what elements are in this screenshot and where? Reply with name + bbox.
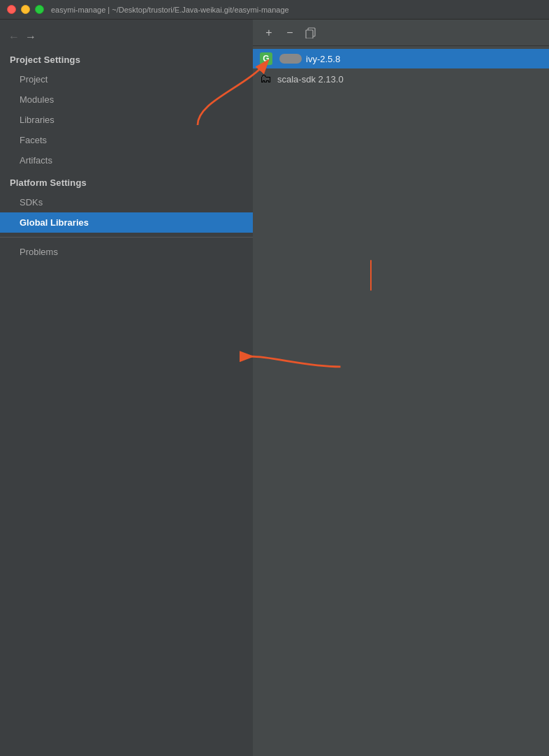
sidebar: ← → Project Settings Project Modules Lib…	[0, 20, 253, 756]
sidebar-item-project[interactable]: Project	[0, 69, 253, 89]
remove-button[interactable]: −	[281, 24, 299, 42]
traffic-lights	[7, 5, 44, 14]
sidebar-item-global-libraries[interactable]: Global Libraries	[0, 212, 253, 233]
library-item-gradle[interactable]: G ivy-2.5.8	[253, 49, 549, 68]
library-list: G ivy-2.5.8 🗂 scala-sdk 2.13.0	[253, 46, 549, 92]
minimize-button[interactable]	[21, 5, 30, 14]
close-button[interactable]	[7, 5, 16, 14]
title-bar: easymi-manage | ~/Desktop/trustori/E.Jav…	[0, 0, 549, 20]
copy-icon	[305, 27, 316, 38]
forward-arrow-icon[interactable]: →	[25, 31, 36, 43]
toolbar: + −	[253, 20, 549, 46]
sidebar-separator	[0, 237, 253, 238]
sidebar-item-libraries[interactable]: Libraries	[0, 110, 253, 130]
platform-settings-heading: Platform Settings	[0, 170, 253, 192]
library-name-gradle: ivy-2.5.8	[306, 54, 340, 64]
main-container: ← → Project Settings Project Modules Lib…	[0, 20, 549, 756]
g-badge-icon: G	[260, 52, 272, 65]
back-arrow-icon[interactable]: ←	[8, 31, 20, 43]
sidebar-item-facets[interactable]: Facets	[0, 130, 253, 150]
project-settings-heading: Project Settings	[0, 48, 253, 69]
library-item-scala[interactable]: 🗂 scala-sdk 2.13.0	[253, 68, 549, 89]
text-cursor	[370, 260, 372, 291]
content-area	[253, 92, 549, 756]
nav-arrows: ← →	[0, 27, 253, 48]
library-name-scala: scala-sdk 2.13.0	[277, 74, 344, 85]
window-title: easymi-manage | ~/Desktop/trustori/E.Jav…	[51, 6, 289, 14]
add-button[interactable]: +	[260, 24, 278, 42]
scala-folder-icon: 🗂	[260, 72, 272, 86]
sidebar-item-sdks[interactable]: SDKs	[0, 192, 253, 212]
maximize-button[interactable]	[35, 5, 44, 14]
sidebar-item-problems[interactable]: Problems	[0, 242, 253, 262]
svg-rect-1	[306, 30, 313, 38]
copy-button[interactable]	[302, 24, 320, 42]
sidebar-item-modules[interactable]: Modules	[0, 89, 253, 110]
sidebar-item-artifacts[interactable]: Artifacts	[0, 150, 253, 170]
right-panel: + − G ivy-2.5.8 🗂 scala-sdk 2.13.0	[253, 20, 549, 756]
toggle-switch[interactable]	[279, 54, 302, 64]
